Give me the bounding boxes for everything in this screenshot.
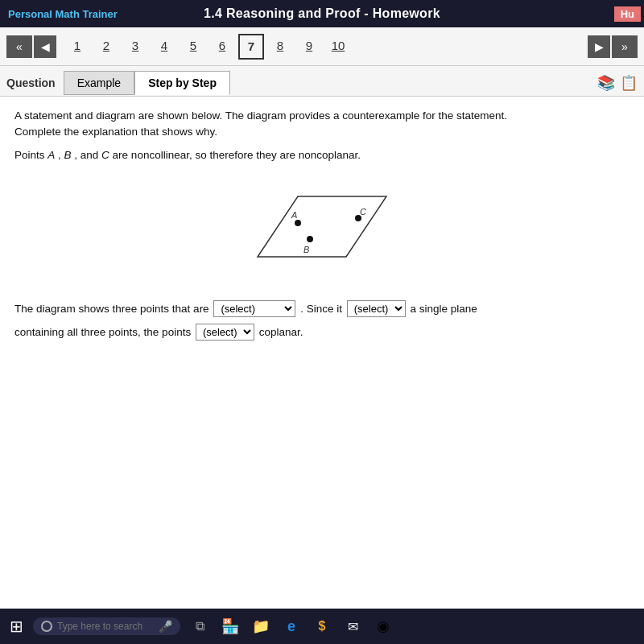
tab-step-by-step[interactable]: Step by Step [134,71,230,95]
tab-bar: Question Example Step by Step 📚 📋 [0,66,644,97]
search-input[interactable] [57,621,154,632]
taskbar-app-icons: ⧉ 🏪 📁 e $ ✉ ◉ [187,613,396,639]
first-page-button[interactable]: « [6,35,32,58]
header-right: Hu [614,0,644,27]
task-view-button[interactable]: ⧉ [187,613,213,639]
svg-marker-0 [258,196,386,257]
store-icon[interactable]: 🏪 [217,613,243,639]
clipboard-icon[interactable]: 📋 [620,74,638,92]
svg-text:C: C [360,207,366,217]
main-content: A statement and diagram are shown below.… [0,97,644,609]
fill-text-2: . Since it [300,303,342,315]
search-circle-icon [41,621,52,632]
windows-button[interactable]: ⊞ [3,617,30,636]
header-left: Personal Math Trainer [0,0,122,27]
page-num-9[interactable]: 9 [296,34,322,60]
prev-page-button[interactable]: ◀ [34,35,56,58]
next-page-button[interactable]: ▶ [588,35,610,58]
page-numbers: 1 2 3 4 5 6 7 8 9 10 [64,34,588,60]
fill-text-4: containing all three points, the points [14,326,194,338]
diagram-container: A B C [14,176,630,281]
tab-icons: 📚 📋 [597,74,638,92]
fill-text-5: coplanar. [259,326,303,338]
nav-arrows-left: « ◀ [6,35,56,58]
tab-example[interactable]: Example [64,71,134,95]
svg-point-3 [307,236,313,242]
question-label: Question [6,76,56,89]
app-header: Personal Math Trainer 1.4 Reasoning and … [0,0,644,27]
page-num-7[interactable]: 7 [238,34,264,60]
fill-text-1: The diagram shows three points that are [14,303,209,315]
book-icon[interactable]: 📚 [597,74,615,92]
page-num-3[interactable]: 3 [122,34,148,60]
page-num-6[interactable]: 6 [209,34,235,60]
fill-sentence: The diagram shows three points that are … [14,297,630,345]
mic-icon: 🎤 [159,620,172,633]
fill-text-3: a single plane [410,303,477,315]
svg-text:B: B [303,245,309,254]
edge-icon[interactable]: e [279,613,304,639]
page-num-10[interactable]: 10 [325,34,351,60]
page-num-8[interactable]: 8 [267,34,293,60]
taskbar-search-box[interactable]: 🎤 [33,617,180,635]
geometry-diagram: A B C [233,176,411,281]
page-num-1[interactable]: 1 [64,34,90,60]
pagination-bar: « ◀ 1 2 3 4 5 6 7 8 9 10 ▶ » [0,27,644,66]
page-num-2[interactable]: 2 [93,34,119,60]
page-num-4[interactable]: 4 [151,34,177,60]
chrome-icon[interactable]: ◉ [370,613,396,639]
svg-text:A: A [291,210,297,220]
folder-icon[interactable]: 📁 [248,613,274,639]
taskbar: ⊞ 🎤 ⧉ 🏪 📁 e $ ✉ ◉ [0,609,644,644]
last-page-button[interactable]: » [612,35,638,58]
app-title[interactable]: Personal Math Trainer [3,5,122,23]
mail-icon[interactable]: ✉ [340,613,365,639]
nav-arrows-right: ▶ » [588,35,638,58]
select-2[interactable]: (select) is is not [347,300,406,317]
page-num-5[interactable]: 5 [180,34,206,60]
select-1[interactable]: (select) collinear noncollinear coplanar… [213,300,295,317]
instruction-text: A statement and diagram are shown below.… [14,108,630,141]
statement-text: Points A , B , and C are noncollinear, s… [14,147,630,163]
currency-icon[interactable]: $ [309,613,335,639]
svg-point-1 [295,220,301,226]
hu-button[interactable]: Hu [614,6,641,22]
select-3[interactable]: (select) are are not [196,324,254,341]
page-title: 1.4 Reasoning and Proof - Homework [204,6,440,21]
